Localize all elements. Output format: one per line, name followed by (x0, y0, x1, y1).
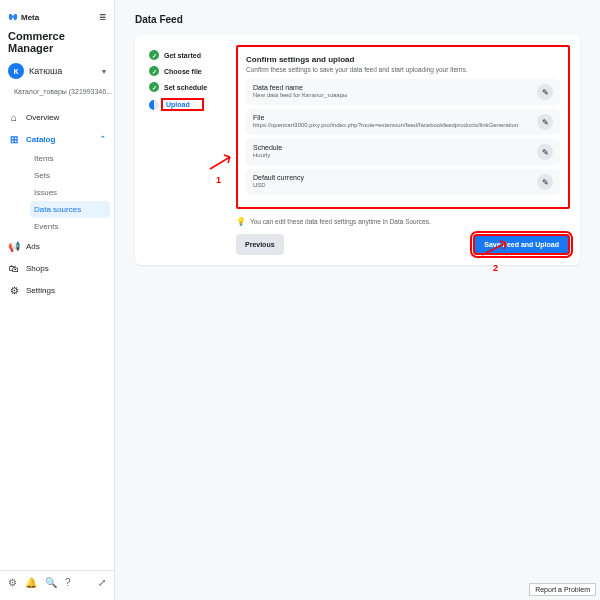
bell-icon[interactable]: 🔔 (25, 577, 37, 588)
nav-ads[interactable]: 📢 Ads (0, 235, 114, 257)
check-icon: ✓ (149, 82, 159, 92)
sidebar-footer: ⚙ 🔔 🔍 ? ⤢ (0, 570, 114, 594)
main-content: Data Feed ✓Get started ✓Choose file ✓Set… (115, 0, 600, 600)
subnav-events[interactable]: Events (26, 218, 114, 235)
account-selector[interactable]: К Катюша ▾ (0, 60, 114, 82)
account-name: Катюша (29, 66, 62, 76)
upload-panel: Confirm settings and upload Confirm thes… (230, 45, 570, 255)
brand-text: Meta (21, 13, 39, 22)
catalog-selector[interactable]: Каталог_товары (321993346... ▾ (0, 82, 114, 100)
chevron-down-icon: ▾ (102, 67, 106, 76)
app-title: Commerce Manager (0, 28, 114, 60)
sidebar: Meta ≡ Commerce Manager К Катюша ▾ Катал… (0, 0, 115, 600)
search-icon[interactable]: 🔍 (45, 577, 57, 588)
edit-schedule-button[interactable]: ✎ (537, 144, 553, 160)
subnav-items[interactable]: Items (26, 150, 114, 167)
step-get-started[interactable]: ✓Get started (149, 47, 226, 63)
step-upload[interactable]: Upload (149, 95, 226, 114)
field-schedule: Schedule Hourly ✎ (246, 139, 560, 165)
data-feed-card: ✓Get started ✓Choose file ✓Set schedule … (135, 35, 580, 265)
edit-currency-button[interactable]: ✎ (537, 174, 553, 190)
nav-overview[interactable]: ⌂ Overview (0, 106, 114, 128)
menu-toggle-icon[interactable]: ≡ (99, 10, 106, 24)
hint-text: 💡 You can edit these data feed settings … (236, 217, 570, 226)
step-choose-file[interactable]: ✓Choose file (149, 63, 226, 79)
bulb-icon: 💡 (236, 217, 246, 226)
previous-button[interactable]: Previous (236, 234, 284, 255)
field-file: File https://opencart3000.pixy.pro/index… (246, 109, 560, 135)
check-icon: ✓ (149, 66, 159, 76)
catalog-icon: ⊞ (8, 133, 20, 145)
nav-catalog[interactable]: ⊞ Catalog ⌃ (0, 128, 114, 150)
edit-feed-name-button[interactable]: ✎ (537, 84, 553, 100)
panel-title: Confirm settings and upload (246, 55, 560, 64)
page-title: Data Feed (135, 14, 580, 25)
grid-icon (8, 85, 9, 97)
brand: Meta (8, 12, 39, 22)
annotation-arrow-1 (208, 153, 234, 171)
chevron-up-icon: ⌃ (100, 135, 106, 143)
megaphone-icon: 📢 (8, 240, 20, 252)
panel-desc: Confirm these settings to save your data… (246, 66, 560, 73)
field-currency: Default currency USD ✎ (246, 169, 560, 195)
expand-icon[interactable]: ⤢ (98, 577, 106, 588)
check-icon: ✓ (149, 50, 159, 60)
annotation-2: 2 (493, 263, 498, 273)
step-set-schedule[interactable]: ✓Set schedule (149, 79, 226, 95)
gear-icon: ⚙ (8, 284, 20, 296)
report-problem-button[interactable]: Report a Problem (529, 583, 596, 596)
subnav-issues[interactable]: Issues (26, 184, 114, 201)
subnav-data-sources[interactable]: Data sources (30, 201, 110, 218)
home-icon: ⌂ (8, 111, 20, 123)
meta-logo-icon (8, 12, 18, 22)
catalog-name: Каталог_товары (321993346... (14, 88, 112, 95)
subnav-sets[interactable]: Sets (26, 167, 114, 184)
nav: ⌂ Overview ⊞ Catalog ⌃ Items Sets Issues… (0, 106, 114, 570)
nav-shops[interactable]: 🛍 Shops (0, 257, 114, 279)
help-icon[interactable]: ? (65, 577, 71, 588)
annotation-arrow-2 (480, 239, 510, 257)
progress-icon (149, 100, 159, 110)
gear-icon[interactable]: ⚙ (8, 577, 17, 588)
avatar: К (8, 63, 24, 79)
edit-file-button[interactable]: ✎ (537, 114, 553, 130)
step-list: ✓Get started ✓Choose file ✓Set schedule … (145, 45, 230, 255)
field-feed-name: Data feed name New data feed for Каталог… (246, 79, 560, 105)
nav-settings[interactable]: ⚙ Settings (0, 279, 114, 301)
shop-icon: 🛍 (8, 262, 20, 274)
annotation-1: 1 (216, 175, 221, 185)
